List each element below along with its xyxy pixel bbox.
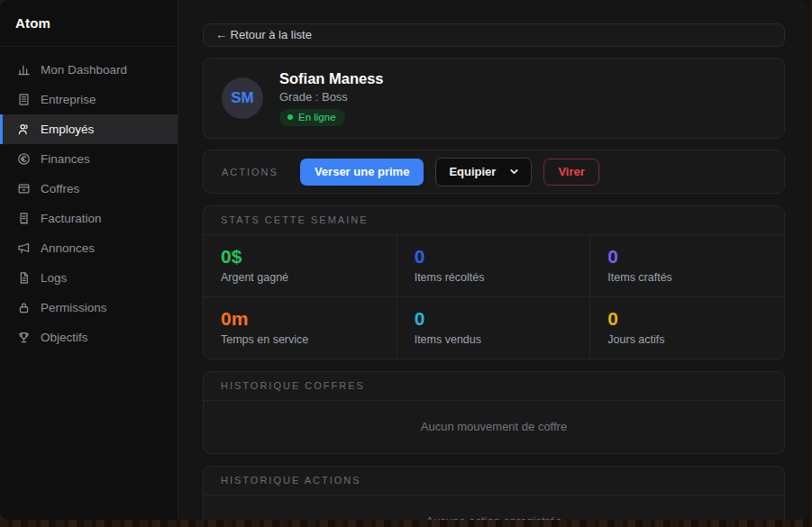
sidebar-item-coffres[interactable]: Coffres [0,174,178,204]
chart-bar-icon [16,63,31,77]
profile-info: Sofian Maness Grade : Boss En ligne [279,70,384,126]
employee-profile-card: SM Sofian Maness Grade : Boss En ligne [203,58,785,139]
stats-section-title: STATS CETTE SEMAINE [204,206,784,235]
sidebar-item-label: Coffres [41,182,79,195]
stat-value: 0 [415,246,573,267]
vault-history-empty-message: Aucun mouvement de coffre [204,401,784,453]
stat-value: 0 [415,308,573,329]
fire-button[interactable]: Virer [543,159,598,186]
avatar: SM [222,77,263,119]
stat-label: Jours actifs [607,333,767,346]
main-content: ← Retour à la liste SM Sofian Maness Gra… [178,0,809,520]
employee-grade: Grade : Boss [279,90,384,104]
users-icon [16,123,31,137]
stat-label: Items récoltés [415,271,573,284]
sidebar-item-label: Annonces [41,241,95,255]
actions-card: ACTIONS Verser une prime Equipier Virer [203,150,785,194]
pay-bonus-button[interactable]: Verser une prime [300,159,424,186]
grade-select[interactable]: Equipier [435,158,532,186]
stat-cell: 0$Argent gagné [204,235,397,297]
invoice-icon [16,212,31,226]
stat-label: Items vendus [415,333,573,346]
trophy-icon [16,331,31,345]
stats-card: STATS CETTE SEMAINE 0$Argent gagné0Items… [203,205,785,359]
sidebar-item-logs[interactable]: Logs [0,263,178,293]
stat-label: Argent gagné [221,271,379,284]
status-label: En ligne [298,112,336,123]
stat-label: Items craftés [607,271,767,284]
sidebar-item-label: Permissions [41,301,107,314]
app-title: Atom [15,15,50,31]
vault-history-card: HISTORIQUE COFFRES Aucun mouvement de co… [203,371,785,454]
stat-cell: 0Jours actifs [590,297,784,359]
stat-value: 0 [607,246,767,267]
sidebar: Atom Mon DashboardEntrepriseEmployésFina… [0,0,178,520]
actions-history-card: HISTORIQUE ACTIONS Aucune action enregis… [203,466,785,520]
sidebar-item-label: Objectifs [41,331,88,344]
sidebar-item-employ-s[interactable]: Employés [0,114,178,144]
vault-history-title: HISTORIQUE COFFRES [204,372,784,401]
sidebar-item-label: Finances [41,152,90,166]
sidebar-item-objectifs[interactable]: Objectifs [0,323,178,352]
online-dot-icon [287,114,293,120]
stat-cell: 0Items récoltés [397,235,591,297]
sidebar-nav: Mon DashboardEntrepriseEmployésFinancesC… [0,47,178,352]
stat-cell: 0Items vendus [397,297,591,359]
building-icon [16,93,31,107]
sidebar-item-label: Mon Dashboard [41,63,127,77]
actions-history-empty-message: Aucune action enregistrée [204,495,784,520]
sidebar-item-finances[interactable]: Finances [0,144,178,174]
stats-grid: 0$Argent gagné0Items récoltés0Items craf… [204,235,784,359]
sidebar-item-facturation[interactable]: Facturation [0,204,178,233]
actions-history-title: HISTORIQUE ACTIONS [204,467,784,495]
stat-label: Temps en service [221,333,379,346]
sidebar-item-entreprise[interactable]: Entreprise [0,85,178,114]
status-badge: En ligne [279,109,345,126]
document-icon [16,271,31,286]
employee-name: Sofian Maness [279,70,384,87]
sidebar-header: Atom [0,0,178,47]
sidebar-item-label: Facturation [41,212,102,225]
stat-value: 0m [221,308,379,329]
sidebar-item-annonces[interactable]: Annonces [0,233,178,263]
sidebar-item-label: Logs [41,271,67,285]
sidebar-item-label: Entreprise [41,93,96,106]
lock-icon [16,301,31,315]
grade-select-value: Equipier [449,165,496,178]
euro-coin-icon [16,152,31,167]
sidebar-item-permissions[interactable]: Permissions [0,293,178,323]
stat-cell: 0mTemps en service [204,297,397,359]
stat-value: 0$ [221,246,379,267]
safe-icon [16,182,31,196]
back-to-list-button[interactable]: ← Retour à la liste [203,23,785,47]
stat-cell: 0Items craftés [590,235,784,297]
sidebar-item-label: Employés [41,123,94,136]
sidebar-item-mon-dashboard[interactable]: Mon Dashboard [0,55,178,85]
stat-value: 0 [607,308,767,329]
app-panel: Atom Mon DashboardEntrepriseEmployésFina… [0,0,809,520]
megaphone-icon [16,241,31,256]
chevron-down-icon [508,166,520,177]
actions-label: ACTIONS [222,167,278,177]
